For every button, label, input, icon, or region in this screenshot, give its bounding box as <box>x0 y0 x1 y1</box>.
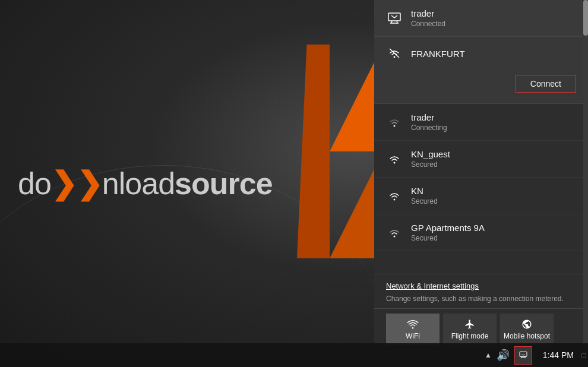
logo-part3: nload <box>102 166 175 201</box>
svg-point-6 <box>394 125 396 126</box>
taskbar: ▲ 🔊 1:44 PM □ <box>0 343 588 367</box>
speaker-icon[interactable]: 🔊 <box>497 349 510 362</box>
network-icon[interactable] <box>514 346 532 365</box>
network-settings-desc: Change settings, such as making a connec… <box>386 295 564 303</box>
kn-guest-row: KN_guest Secured <box>386 149 576 169</box>
hotspot-icon <box>520 319 533 330</box>
desktop-logo: do❯❯nloadsource <box>18 166 273 201</box>
gp-apartments-info: GP Apartments 9A Secured <box>411 223 576 242</box>
network-panel: trader Connected FRANKFURT <box>374 0 588 350</box>
svg-point-7 <box>394 162 396 163</box>
logo-text: do❯❯nloadsource <box>18 166 273 201</box>
wifi-qa-label: WiFi <box>406 332 420 340</box>
wifi-icon-kn-guest <box>386 151 403 167</box>
chevron-up-icon[interactable]: ▲ <box>485 351 492 359</box>
network-item-trader-connecting[interactable]: trader Connecting <box>374 104 588 141</box>
frankfurt-row: FRANKFURT <box>386 45 576 62</box>
network-name-trader-connected: trader <box>411 8 576 18</box>
network-name-kn: KN <box>411 186 576 196</box>
network-status-kn-guest: Secured <box>411 160 576 169</box>
network-item-row: trader Connected <box>386 8 576 28</box>
trader-connecting-info: trader Connecting <box>411 112 576 132</box>
wifi-icon-gp <box>386 224 403 241</box>
svg-point-4 <box>394 56 396 58</box>
quick-action-flight-mode[interactable]: Flight mode <box>443 314 497 346</box>
taskbar-time[interactable]: 1:44 PM <box>537 343 580 367</box>
taskbar-right: ▲ 🔊 1:44 PM □ <box>480 343 588 367</box>
monitor-icon <box>386 10 403 27</box>
network-status-kn: Secured <box>411 197 576 205</box>
plane-icon <box>463 319 476 330</box>
svg-point-8 <box>394 198 396 200</box>
wifi-cross-icon <box>386 45 403 62</box>
network-name-gp-apartments: GP Apartments 9A <box>411 223 576 233</box>
network-status-gp-apartments: Secured <box>411 234 576 242</box>
notification-icon: □ <box>581 351 586 359</box>
clock-time: 1:44 PM <box>543 350 574 360</box>
taskbar-notification[interactable]: □ <box>580 343 588 367</box>
svg-point-9 <box>394 235 396 237</box>
scroll-track[interactable] <box>583 0 588 350</box>
network-settings-link[interactable]: Network & Internet settings <box>386 281 576 290</box>
network-status-trader-connected: Connected <box>411 20 576 28</box>
kn-guest-info: KN_guest Secured <box>411 149 576 169</box>
network-info: trader Connected <box>411 8 576 28</box>
network-item-gp-apartments[interactable]: GP Apartments 9A Secured <box>374 214 588 251</box>
svg-rect-0 <box>388 13 400 21</box>
flight-mode-label: Flight mode <box>451 332 489 340</box>
network-item-kn-guest[interactable]: KN_guest Secured <box>374 141 588 178</box>
kn-info: KN Secured <box>411 186 576 205</box>
network-item-trader-connected[interactable]: trader Connected <box>374 0 588 37</box>
mobile-hotspot-label: Mobile hotspot <box>504 332 550 340</box>
network-item-kn[interactable]: KN Secured <box>374 178 588 214</box>
logo-part1: do <box>18 166 51 201</box>
scroll-thumb[interactable] <box>583 0 588 36</box>
quick-action-wifi[interactable]: WiFi <box>386 314 440 346</box>
svg-rect-11 <box>520 352 527 356</box>
network-status-trader-connecting: Connecting <box>411 124 576 132</box>
wifi-qa-icon <box>406 319 419 330</box>
connect-area: Connect <box>386 70 576 95</box>
kn-row: KN Secured <box>386 186 576 205</box>
svg-point-10 <box>412 327 414 329</box>
logo-part4: source <box>175 166 273 201</box>
wifi-icon-trader <box>386 114 403 131</box>
network-name-kn-guest: KN_guest <box>411 149 576 159</box>
logo-icon: ❯❯ <box>51 166 102 201</box>
connect-button[interactable]: Connect <box>516 75 576 93</box>
network-settings-section: Network & Internet settings Change setti… <box>374 274 588 308</box>
quick-action-mobile-hotspot[interactable]: Mobile hotspot <box>500 314 554 346</box>
network-name-trader-connecting: trader <box>411 112 576 122</box>
network-item-frankfurt[interactable]: FRANKFURT Connect <box>374 37 588 104</box>
panel-scroll-area[interactable]: trader Connected FRANKFURT <box>374 0 588 274</box>
trader-connecting-row: trader Connecting <box>386 112 576 132</box>
taskbar-system-icons[interactable]: ▲ 🔊 <box>480 343 537 367</box>
frankfurt-info: FRANKFURT <box>411 49 576 59</box>
gp-apartments-row: GP Apartments 9A Secured <box>386 223 576 242</box>
geo-shape-rect <box>297 45 330 258</box>
network-name-frankfurt: FRANKFURT <box>411 49 576 59</box>
wifi-icon-kn <box>386 188 403 204</box>
